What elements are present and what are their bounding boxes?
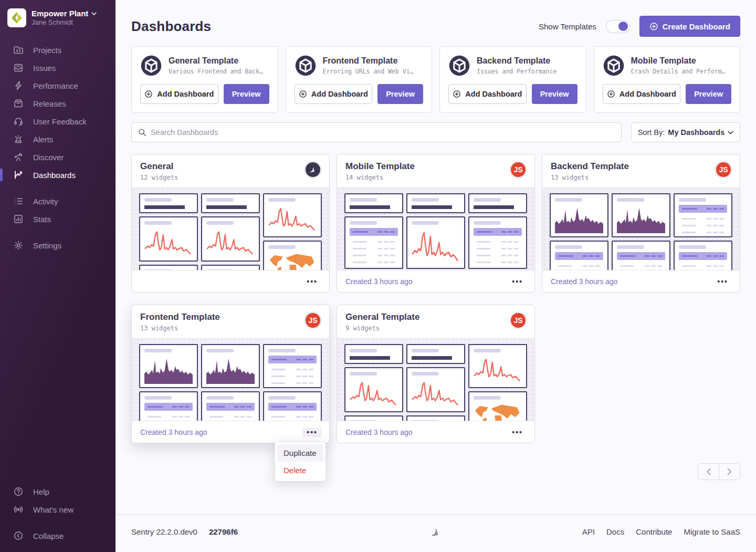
template-description: Various Frontend and Back… xyxy=(169,68,263,75)
sidebar-item-releases[interactable]: Releases xyxy=(0,95,116,112)
dashboard-card-mobile-template[interactable]: Mobile Template 14 widgets JS xyxy=(337,154,535,293)
sentry-logo-icon xyxy=(428,524,444,540)
sidebar-item-alerts[interactable]: Alerts xyxy=(0,130,116,148)
widget-count: 14 widgets xyxy=(345,174,526,181)
dashboard-preview xyxy=(132,187,329,270)
preview-button[interactable]: Preview xyxy=(532,84,578,104)
broadcast-icon xyxy=(13,504,24,515)
card-menu-button[interactable]: ••• xyxy=(302,277,322,286)
card-context-menu: Duplicate Delete xyxy=(275,442,326,482)
dashboard-card-general-template[interactable]: General Template 9 widgets JS xyxy=(337,305,535,443)
user-avatar: JS xyxy=(509,311,527,329)
show-templates-toggle[interactable] xyxy=(606,20,630,33)
sidebar-item-help[interactable]: Help xyxy=(0,483,116,501)
search-box xyxy=(131,122,622,142)
archive-icon xyxy=(13,98,24,109)
sidebar-item-performance[interactable]: Performance xyxy=(0,77,116,95)
template-card-backend: Backend Template Issues and Performance … xyxy=(439,46,586,113)
search-icon xyxy=(138,128,146,137)
activity-list-icon xyxy=(13,196,24,206)
sidebar-item-label: Alerts xyxy=(33,135,53,144)
plus-circle-icon xyxy=(144,90,153,98)
card-menu-button[interactable]: ••• xyxy=(302,428,322,437)
search-input[interactable] xyxy=(151,128,615,137)
user-avatar: JS xyxy=(715,161,732,179)
dashboard-card-backend-template[interactable]: Backend Template 13 widgets JS xyxy=(542,154,740,293)
sidebar-item-activity[interactable]: Activity xyxy=(0,192,116,210)
telescope-icon xyxy=(13,152,24,162)
sort-by-dropdown[interactable]: Sort By: My Dashboards xyxy=(631,122,740,142)
sidebar-item-label: Issues xyxy=(33,64,56,72)
add-dashboard-button[interactable]: Add Dashboard xyxy=(140,84,218,104)
cube-icon xyxy=(140,55,162,77)
template-card-frontend: Frontend Template Erroring URLs and Web … xyxy=(286,46,433,113)
sidebar-item-stats[interactable]: Stats xyxy=(0,210,116,228)
dashboard-title: Frontend Template xyxy=(140,312,321,322)
main-content: Dashboards Show Templates Create Dashboa… xyxy=(116,0,756,552)
org-switcher[interactable]: Empower Plant Jane Schmidt xyxy=(0,8,116,27)
created-timestamp: Created 3 hours ago xyxy=(345,428,413,436)
dashboard-title: Backend Template xyxy=(551,161,731,172)
sidebar-item-issues[interactable]: Issues xyxy=(0,59,116,77)
card-menu-button[interactable]: ••• xyxy=(508,428,527,437)
footer-link-api[interactable]: API xyxy=(582,527,595,536)
context-menu-delete[interactable]: Delete xyxy=(277,462,323,479)
card-menu-button[interactable]: ••• xyxy=(508,277,527,286)
template-description: Erroring URLs and Web Vi… xyxy=(323,68,414,75)
sidebar-item-collapse[interactable]: Collapse xyxy=(0,527,116,545)
stats-bars-icon xyxy=(13,214,24,224)
template-card-mobile: Mobile Template Crash Details and Perfor… xyxy=(594,46,741,113)
footer-link-migrate[interactable]: Migrate to SaaS xyxy=(684,527,740,536)
sidebar-item-label: Collapse xyxy=(33,532,64,540)
projects-folder-icon xyxy=(13,45,24,55)
chevron-down-icon xyxy=(728,131,733,134)
build-hash: 22796f6 xyxy=(209,527,238,536)
dashboard-title: General xyxy=(140,161,321,172)
chevron-left-circle-icon xyxy=(13,530,24,541)
preview-button[interactable]: Preview xyxy=(377,84,423,104)
plus-circle-icon xyxy=(453,90,461,98)
add-dashboard-button[interactable]: Add Dashboard xyxy=(448,84,527,104)
template-description: Issues and Performance xyxy=(477,68,556,75)
sentry-avatar xyxy=(304,161,322,179)
card-menu-button[interactable]: ••• xyxy=(713,277,732,286)
widget-count: 13 widgets xyxy=(140,325,321,332)
sidebar-item-label: Releases xyxy=(33,99,66,108)
preview-button[interactable]: Preview xyxy=(686,84,731,104)
siren-icon xyxy=(13,134,24,144)
pagination-prev-button[interactable] xyxy=(698,463,719,480)
sidebar-item-discover[interactable]: Discover xyxy=(0,148,116,166)
widget-count: 12 widgets xyxy=(140,174,321,181)
cube-icon xyxy=(295,55,317,77)
sidebar-item-user-feedback[interactable]: User Feedback xyxy=(0,112,116,130)
template-row: General Template Various Frontend and Ba… xyxy=(131,46,740,113)
context-menu-duplicate[interactable]: Duplicate xyxy=(277,444,323,462)
headset-icon xyxy=(13,116,24,127)
preview-button[interactable]: Preview xyxy=(224,84,269,104)
footer-link-docs[interactable]: Docs xyxy=(606,527,624,536)
dashboard-card-general[interactable]: General 12 widgets xyxy=(131,154,330,293)
add-dashboard-button[interactable]: Add Dashboard xyxy=(603,84,681,104)
template-name: Mobile Template xyxy=(631,56,726,66)
dashboard-card-frontend-template[interactable]: Frontend Template 13 widgets JS xyxy=(131,305,330,443)
sidebar-item-dashboards[interactable]: Dashboards xyxy=(0,166,116,184)
create-dashboard-button[interactable]: Create Dashboard xyxy=(639,16,740,37)
page-title: Dashboards xyxy=(131,18,211,35)
add-dashboard-button[interactable]: Add Dashboard xyxy=(295,84,373,104)
sidebar-item-label: Performance xyxy=(33,81,78,90)
sidebar-item-settings[interactable]: Settings xyxy=(0,236,116,254)
lightning-icon xyxy=(13,80,24,91)
sidebar-nav: Projects Issues Performance Releases Use… xyxy=(0,41,116,254)
sidebar-item-whats-new[interactable]: What's new xyxy=(0,501,116,518)
sidebar-item-projects[interactable]: Projects xyxy=(0,41,116,59)
footer-link-contribute[interactable]: Contribute xyxy=(636,527,672,536)
template-card-general: General Template Various Frontend and Ba… xyxy=(131,46,278,113)
plus-circle-icon xyxy=(299,90,307,98)
template-name: General Template xyxy=(169,56,263,66)
site-footer: Sentry 22.2.0.dev0 22796f6 API Docs Cont… xyxy=(116,514,756,552)
template-name: Backend Template xyxy=(477,56,556,66)
question-circle-icon xyxy=(13,486,24,497)
org-name: Empower Plant xyxy=(32,9,88,19)
pagination-next-button[interactable] xyxy=(719,463,740,480)
pagination xyxy=(131,463,740,480)
